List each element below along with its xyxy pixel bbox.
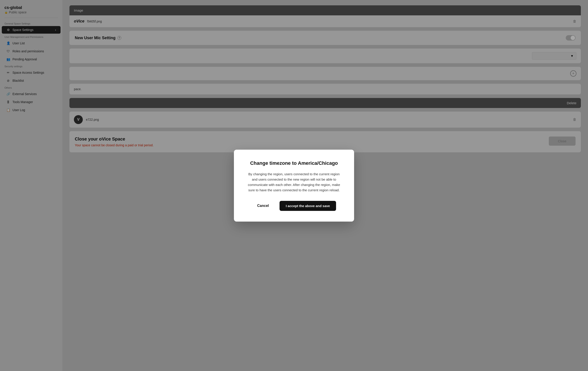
modal-title: Change timezone to America/Chicago: [245, 160, 343, 166]
modal-body: By changing the region, users connected …: [245, 172, 343, 193]
cancel-button[interactable]: Cancel: [252, 201, 274, 210]
modal-actions: Cancel I accept the above and save: [245, 201, 343, 211]
confirm-button[interactable]: I accept the above and save: [280, 201, 336, 211]
modal-dialog: Change timezone to America/Chicago By ch…: [234, 150, 354, 222]
modal-overlay[interactable]: Change timezone to America/Chicago By ch…: [0, 0, 588, 371]
